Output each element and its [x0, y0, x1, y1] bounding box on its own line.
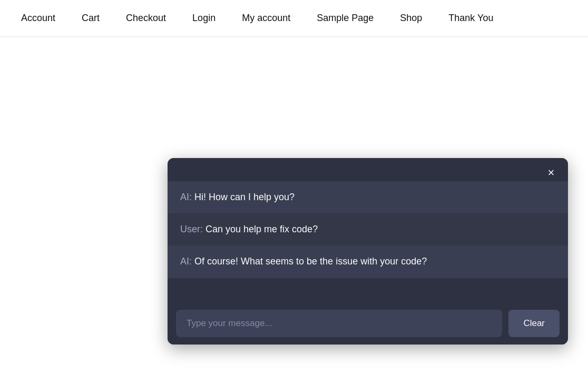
chat-header: ×: [168, 158, 568, 181]
nav-item: Cart: [82, 13, 100, 24]
close-button[interactable]: ×: [543, 164, 560, 181]
nav-link[interactable]: Thank You: [448, 13, 493, 23]
nav-link[interactable]: Sample Page: [317, 13, 374, 23]
nav-item: Account: [21, 13, 55, 24]
message-row: AI: Hi! How can I help you?: [168, 181, 568, 213]
chat-widget: × AI: Hi! How can I help you?User: Can y…: [168, 158, 568, 345]
nav-link[interactable]: Shop: [400, 13, 422, 23]
nav-item: Checkout: [126, 13, 166, 24]
message-input[interactable]: [176, 310, 502, 337]
nav-item: Sample Page: [317, 13, 374, 24]
message-speaker-label: AI:: [180, 256, 192, 267]
nav-link[interactable]: My account: [242, 13, 290, 23]
message-content: Hi! How can I help you?: [192, 192, 295, 202]
nav-link[interactable]: Checkout: [126, 13, 166, 23]
message-row: AI: Of course! What seems to be the issu…: [168, 245, 568, 278]
nav-link[interactable]: Account: [21, 13, 55, 23]
chat-input-area: Clear: [168, 302, 568, 345]
clear-button[interactable]: Clear: [508, 310, 560, 337]
nav-item: Login: [192, 13, 215, 24]
nav-link[interactable]: Login: [192, 13, 215, 23]
nav-item: Thank You: [448, 13, 493, 24]
chat-messages: AI: Hi! How can I help you?User: Can you…: [168, 181, 568, 302]
navigation: AccountCartCheckoutLoginMy accountSample…: [0, 0, 588, 37]
message-row: User: Can you help me fix code?: [168, 213, 568, 245]
message-content: Of course! What seems to be the issue wi…: [192, 256, 427, 267]
nav-item: Shop: [400, 13, 422, 24]
message-speaker-label: User:: [180, 224, 203, 234]
nav-links: AccountCartCheckoutLoginMy accountSample…: [21, 13, 493, 24]
nav-link[interactable]: Cart: [82, 13, 100, 23]
message-content: Can you help me fix code?: [203, 224, 318, 234]
nav-item: My account: [242, 13, 290, 24]
message-speaker-label: AI:: [180, 192, 192, 202]
